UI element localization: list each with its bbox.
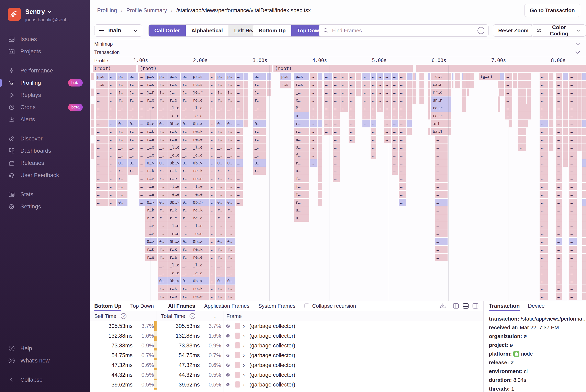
flame-frame[interactable]: r… [253, 128, 266, 135]
chevron-right-icon[interactable]: › [243, 352, 245, 358]
flame-frame[interactable] [91, 104, 94, 112]
flame-frame[interactable] [563, 88, 568, 96]
tab-system-frames[interactable]: System Frames [258, 301, 295, 311]
flame-frame[interactable]: … [392, 73, 398, 80]
flame-frame[interactable] [509, 112, 512, 120]
flame-frame[interactable] [563, 144, 568, 151]
flame-frame[interactable] [563, 112, 568, 120]
flame-frame[interactable]: … [435, 136, 447, 143]
flame-frame[interactable]: … [539, 73, 548, 80]
flame-frame[interactable]: … [384, 81, 391, 88]
flame-frame[interactable]: … [109, 88, 116, 96]
flame-frame[interactable] [244, 120, 248, 128]
flame-frame[interactable]: r…e [168, 136, 180, 143]
flame-frame[interactable]: … [399, 152, 406, 159]
sidebar-footer-collapse[interactable]: Collapse [0, 374, 90, 386]
flame-frame[interactable]: _… [253, 104, 266, 112]
total-time-header[interactable]: Total Time [161, 313, 185, 319]
flame-frame[interactable]: r… [226, 128, 235, 135]
flame-frame[interactable]: 0… [226, 277, 235, 284]
flame-frame[interactable]: … [210, 191, 215, 198]
flame-frame[interactable]: _l…e [168, 104, 180, 112]
flame-frame[interactable]: 0… [158, 277, 168, 284]
flame-frame[interactable]: re…k [191, 167, 209, 174]
flame-frame[interactable]: r… [226, 175, 235, 182]
flame-frame[interactable]: _…e [145, 191, 157, 198]
flame-frame[interactable]: … [236, 136, 243, 143]
flame-frame[interactable]: … [371, 152, 376, 159]
flame-frame[interactable]: … [236, 159, 243, 167]
flame-frame[interactable]: P… [294, 104, 309, 112]
flame-frame[interactable]: p… [226, 73, 235, 80]
flame-frame[interactable] [513, 81, 517, 88]
flame-frame[interactable]: r… [117, 81, 128, 88]
flame-frame[interactable]: r…k [168, 128, 180, 135]
flame-frame[interactable] [467, 88, 469, 96]
flame-frame[interactable]: ba…1 [431, 128, 451, 135]
flame-frame[interactable]: … [539, 144, 548, 151]
flame-frame[interactable]: … [333, 96, 340, 104]
flame-frame[interactable] [244, 112, 248, 120]
flame-frame[interactable]: … [210, 136, 215, 143]
flame-frame[interactable]: … [539, 152, 548, 159]
flame-frame[interactable]: 0… [181, 277, 191, 284]
flame-frame[interactable]: … [569, 112, 577, 120]
flame-frame[interactable] [582, 112, 586, 120]
flame-frame[interactable]: … [371, 120, 376, 128]
flame-frame[interactable]: … [392, 81, 398, 88]
flame-frame[interactable]: r…s [294, 81, 309, 88]
flame-frame[interactable] [318, 112, 322, 120]
flame-frame[interactable]: … [384, 88, 391, 96]
flame-frame[interactable]: … [349, 120, 355, 128]
flame-frame[interactable]: … [539, 104, 548, 112]
flame-frame[interactable] [582, 206, 586, 214]
chevron-right-icon[interactable]: › [243, 342, 245, 349]
flame-frame[interactable]: _l…e [168, 183, 180, 190]
flame-frame[interactable]: 0… [158, 199, 168, 206]
flame-frame[interactable] [582, 191, 586, 198]
flame-frame[interactable]: … [210, 120, 215, 128]
flame-frame[interactable]: … [435, 152, 447, 159]
sidebar-item-crons[interactable]: Cronsbeta [0, 101, 90, 113]
flame-frame[interactable]: … [556, 206, 562, 214]
flame-frame[interactable]: … [310, 88, 317, 96]
flame-frame[interactable]: re…e [191, 293, 209, 300]
flame-frame[interactable]: r… [294, 199, 309, 206]
flame-frame[interactable]: … [399, 88, 406, 96]
flame-frame[interactable]: _… [226, 144, 235, 151]
flame-frame[interactable]: … [377, 81, 383, 88]
flame-frame[interactable]: … [371, 88, 376, 96]
flame-frame[interactable]: r… [128, 96, 138, 104]
gear-icon[interactable] [225, 382, 231, 388]
table-row[interactable]: 132.88ms1.6%132.88ms1.6%›(garbage collec… [90, 331, 483, 341]
flame-frame[interactable]: r… [158, 254, 168, 261]
flame-frame[interactable]: … [139, 96, 145, 104]
flame-frame[interactable]: 0…> [145, 238, 157, 245]
flame-frame[interactable]: r… [253, 81, 266, 88]
flame-frame[interactable]: … [333, 112, 340, 120]
flame-frame[interactable]: _… [117, 144, 128, 151]
flame-frame[interactable] [582, 214, 586, 222]
flame-frame[interactable]: … [435, 238, 447, 245]
flamegraph-canvas[interactable]: (root)(root)(root)p…sr…s…………………………………………… [90, 65, 586, 301]
flame-frame[interactable] [407, 120, 412, 128]
flame-frame[interactable] [413, 73, 415, 80]
flame-frame[interactable] [520, 120, 524, 128]
flame-frame[interactable] [563, 73, 568, 80]
flame-frame[interactable]: _… [216, 144, 225, 151]
flame-frame[interactable] [407, 96, 412, 104]
flame-frame[interactable]: 0… [226, 120, 235, 128]
flame-frame[interactable]: … [109, 167, 116, 174]
go-to-transaction-button[interactable]: Go to Transaction [524, 4, 580, 17]
flame-frame[interactable]: … [384, 120, 391, 128]
flame-frame[interactable]: _…e [145, 230, 157, 237]
flame-frame[interactable]: … [569, 199, 577, 206]
flame-frame[interactable]: … [569, 167, 577, 174]
flame-frame[interactable]: … [569, 261, 577, 269]
flame-frame[interactable] [356, 73, 361, 80]
flame-frame[interactable]: … [371, 104, 376, 112]
flame-frame[interactable]: 0… [158, 238, 168, 245]
flame-frame[interactable]: _… [117, 191, 128, 198]
flame-frame[interactable]: p… [181, 73, 191, 80]
segment-option-call-order[interactable]: Call Order [149, 25, 186, 36]
